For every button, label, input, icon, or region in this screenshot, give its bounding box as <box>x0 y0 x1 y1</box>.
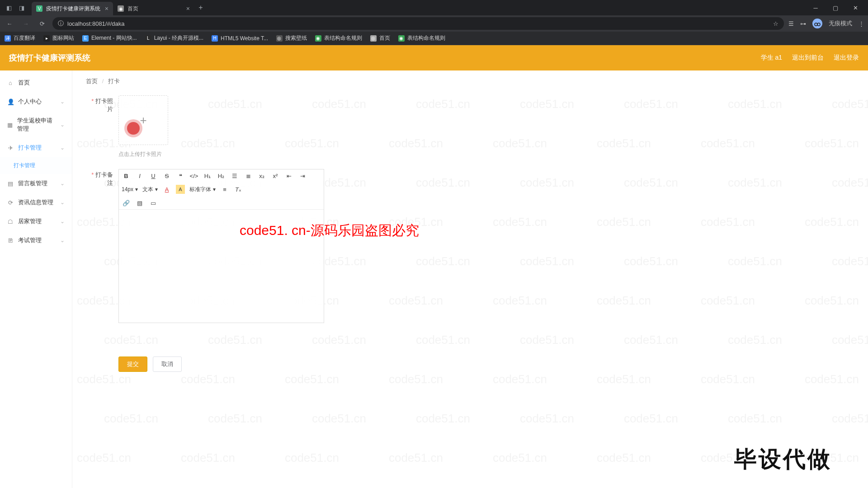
underline-icon[interactable]: U <box>149 171 158 180</box>
bookmark-favicon: ◉ <box>398 35 405 42</box>
alignl-icon[interactable]: ≡ <box>220 185 229 194</box>
logout-link[interactable]: 退出登录 <box>834 54 859 62</box>
sidebar-item[interactable]: ✈打卡管理⌄ <box>0 138 72 157</box>
overlay-warning: code51. cn-源码乐园盗图必究 <box>240 221 419 240</box>
bold-icon[interactable]: B <box>122 171 131 180</box>
indentl-icon[interactable]: ⇤ <box>284 171 293 180</box>
mode-select[interactable]: 文本 ▾ <box>142 185 158 194</box>
app-header: 疫情打卡健康评测系统 学生 a1 退出到前台 退出登录 <box>0 45 868 70</box>
favicon: V <box>36 5 42 12</box>
chevron-down-icon: ⌄ <box>60 180 65 187</box>
submit-button[interactable]: 提交 <box>118 357 147 372</box>
tab-search-icon[interactable]: ◨ <box>15 1 28 14</box>
photo-label: 打卡照片 <box>86 95 113 113</box>
profile-avatar[interactable] <box>812 19 822 28</box>
italic-icon[interactable]: I <box>135 171 144 180</box>
bookmark-favicon: ▸ <box>43 35 50 42</box>
bookmark-item[interactable]: LLayui - 经典开源模... <box>145 34 203 42</box>
star-icon[interactable]: ☆ <box>773 20 778 27</box>
sidebar-icon: ⌂ <box>7 80 14 86</box>
browser-tab[interactable]: ◉首页× <box>113 2 194 15</box>
sidebar-item[interactable]: ▤留言板管理⌄ <box>0 174 72 193</box>
sidebar-item[interactable]: 🖹考试管理⌄ <box>0 231 72 250</box>
favicon: ◉ <box>118 5 124 12</box>
sup-icon[interactable]: x² <box>271 171 280 180</box>
sidebar-item[interactable]: ▦学生返校申请管理⌄ <box>0 111 72 138</box>
browser-tab[interactable]: V疫情打卡健康评测系统× <box>32 2 113 15</box>
tab-bar: ◧ ◨ V疫情打卡健康评测系统×◉首页× + ─ ▢ ✕ <box>0 0 868 15</box>
clear-icon[interactable]: Tₓ <box>234 185 243 194</box>
bookmark-item[interactable]: EElement - 网站快... <box>82 34 137 42</box>
editor-toolbar: B I U S ❝ </> H₁ H₂ ☰ ≣ x₂ x² ⇤ <box>119 169 324 210</box>
textcolor-icon[interactable]: A <box>162 185 171 194</box>
sidebar-icon: ▦ <box>7 122 13 128</box>
url-input[interactable]: ⓘ localhost:8081/#/daka ☆ <box>52 17 784 30</box>
bookmark-item[interactable]: ◎首页 <box>370 34 390 42</box>
bookmark-label: 图标网站 <box>52 34 74 42</box>
extensions-icon[interactable]: ☰ <box>788 20 794 27</box>
sidebar-icon: ☖ <box>7 218 14 225</box>
ul-icon[interactable]: ≣ <box>244 171 253 180</box>
richtext-editor: B I U S ❝ </> H₁ H₂ ☰ ≣ x₂ x² ⇤ <box>118 169 324 323</box>
chevron-down-icon: ⌄ <box>60 122 65 128</box>
back-to-frontend[interactable]: 退出到前台 <box>792 54 824 62</box>
bookmark-label: 搜索壁纸 <box>285 34 307 42</box>
incognito-icon <box>814 20 821 27</box>
bookmark-item[interactable]: ▸图标网站 <box>43 34 74 42</box>
chevron-down-icon: ⌄ <box>60 145 65 151</box>
ol-icon[interactable]: ☰ <box>230 171 239 180</box>
sidebar-item-label: 留言板管理 <box>18 179 47 188</box>
sidebar-item-label: 打卡管理 <box>18 144 42 152</box>
image-icon-tb[interactable]: ▧ <box>135 198 144 207</box>
nav-reload[interactable]: ⟳ <box>36 18 48 29</box>
new-tab-button[interactable]: + <box>194 1 207 14</box>
password-key-icon[interactable]: ⊶ <box>800 20 806 27</box>
close-icon[interactable]: × <box>105 5 108 12</box>
site-info-icon[interactable]: ⓘ <box>58 19 64 28</box>
font-family-select[interactable]: 标准字体 ▾ <box>189 185 216 194</box>
sidebar-item-label: 个人中心 <box>18 98 42 106</box>
breadcrumb-home[interactable]: 首页 <box>86 78 98 84</box>
sidebar-item[interactable]: ☖居家管理⌄ <box>0 212 72 231</box>
sidebar-subitem[interactable]: 打卡管理 <box>0 157 72 174</box>
bookmark-item[interactable]: ◉表结构命名规则 <box>398 34 445 42</box>
tab-overflow-icon[interactable]: ◧ <box>3 1 15 14</box>
font-size-select[interactable]: 14px ▾ <box>122 185 138 194</box>
h1-icon[interactable]: H₁ <box>203 171 212 180</box>
cancel-button[interactable]: 取消 <box>153 357 182 372</box>
close-icon[interactable]: × <box>186 5 190 12</box>
sidebar-item[interactable]: ⌂首页 <box>0 73 72 92</box>
strike-icon[interactable]: S <box>162 171 171 180</box>
app-title: 疫情打卡健康评测系统 <box>9 52 90 63</box>
window-close[interactable]: ✕ <box>845 1 865 14</box>
bookmark-item[interactable]: ◎搜索壁纸 <box>276 34 307 42</box>
app-root: code51.cncode51.cncode51.cncode51.cncode… <box>0 45 868 488</box>
sidebar-item[interactable]: ⟳资讯信息管理⌄ <box>0 193 72 212</box>
window-maximize[interactable]: ▢ <box>826 1 845 14</box>
indentr-icon[interactable]: ⇥ <box>298 171 307 180</box>
chevron-down-icon: ⌄ <box>60 218 65 225</box>
bookmark-item[interactable]: 译百度翻译 <box>5 34 35 42</box>
video-icon[interactable]: ▭ <box>149 198 158 207</box>
plus-icon: + <box>140 113 146 127</box>
sub-icon[interactable]: x₂ <box>257 171 266 180</box>
bookmark-item[interactable]: HHTML5 Website T... <box>212 35 268 42</box>
bookmark-label: 表结构命名规则 <box>324 34 362 42</box>
quote-icon[interactable]: ❝ <box>176 171 185 180</box>
sidebar-item[interactable]: 👤个人中心⌄ <box>0 92 72 111</box>
nav-forward[interactable]: → <box>20 18 32 29</box>
photo-uploader[interactable]: + <box>118 95 168 145</box>
link-icon[interactable]: 🔗 <box>122 198 131 207</box>
window-minimize[interactable]: ─ <box>806 1 826 14</box>
code-icon[interactable]: </> <box>189 171 198 180</box>
h2-icon[interactable]: H₂ <box>217 171 226 180</box>
sidebar-icon: 🖹 <box>7 237 14 244</box>
current-user[interactable]: 学生 a1 <box>761 54 782 62</box>
note-label: 打卡备注 <box>86 169 113 187</box>
bookmark-item[interactable]: ◉表结构命名规则 <box>315 34 362 42</box>
bgcolor-icon[interactable]: A <box>176 185 185 194</box>
nav-back[interactable]: ← <box>4 18 15 29</box>
menu-icon[interactable]: ⋮ <box>859 20 864 27</box>
corner-stamp: 毕设代做 <box>734 444 832 474</box>
bookmark-favicon: 译 <box>5 35 11 42</box>
